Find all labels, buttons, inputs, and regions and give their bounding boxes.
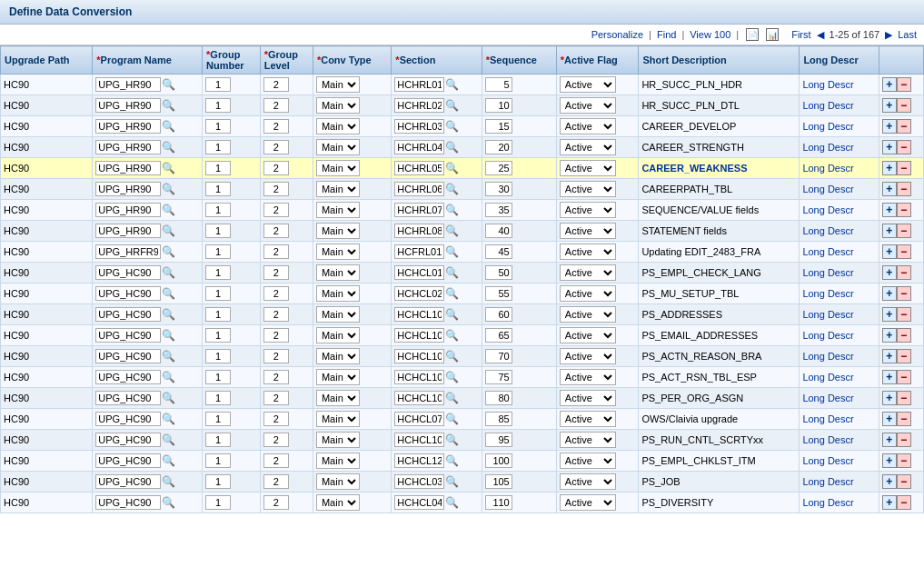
page-icon-1[interactable]: 📄 xyxy=(746,28,759,41)
sequence-input[interactable] xyxy=(485,474,512,489)
section-lookup[interactable]: 🔍 xyxy=(444,392,460,404)
group-level-input[interactable] xyxy=(263,98,289,113)
group-number-input[interactable] xyxy=(205,474,231,489)
program-name-input[interactable] xyxy=(95,474,161,489)
group-number-input[interactable] xyxy=(205,224,231,238)
section-lookup[interactable]: 🔍 xyxy=(444,266,460,279)
active-flag-select[interactable]: ActiveInactive xyxy=(560,118,616,134)
program-name-input[interactable] xyxy=(95,77,161,92)
section-lookup[interactable]: 🔍 xyxy=(444,308,460,321)
section-input[interactable] xyxy=(394,98,444,113)
program-name-lookup[interactable]: 🔍 xyxy=(161,413,176,425)
group-number-input[interactable] xyxy=(205,244,231,259)
group-level-input[interactable] xyxy=(263,119,289,134)
program-name-input[interactable] xyxy=(95,203,161,217)
program-name-input[interactable] xyxy=(95,453,161,468)
section-lookup[interactable]: 🔍 xyxy=(444,454,460,467)
program-name-input[interactable] xyxy=(95,244,161,259)
group-level-input[interactable] xyxy=(263,370,289,384)
group-level-input[interactable] xyxy=(263,244,289,259)
program-name-input[interactable] xyxy=(95,265,161,280)
section-input[interactable] xyxy=(394,77,444,92)
section-lookup[interactable]: 🔍 xyxy=(444,78,460,91)
active-flag-select[interactable]: ActiveInactive xyxy=(560,411,616,427)
section-input[interactable] xyxy=(394,328,444,343)
long-descr-link[interactable]: Long Descr xyxy=(802,330,853,341)
remove-row-button[interactable]: − xyxy=(897,265,911,280)
section-input[interactable] xyxy=(394,244,444,259)
sequence-input[interactable] xyxy=(485,453,512,468)
program-name-input[interactable] xyxy=(95,391,161,405)
conv-type-select[interactable]: MainPrePost xyxy=(316,76,360,93)
sequence-input[interactable] xyxy=(485,119,512,134)
group-level-input[interactable] xyxy=(263,182,289,196)
conv-type-select[interactable]: MainPrePost xyxy=(316,494,360,511)
group-number-input[interactable] xyxy=(205,495,231,510)
conv-type-select[interactable]: MainPrePost xyxy=(316,369,360,385)
long-descr-link[interactable]: Long Descr xyxy=(802,267,853,278)
group-number-input[interactable] xyxy=(205,98,231,113)
section-lookup[interactable]: 🔍 xyxy=(444,329,460,342)
conv-type-select[interactable]: MainPrePost xyxy=(316,160,360,176)
program-name-input[interactable] xyxy=(95,495,161,510)
active-flag-select[interactable]: ActiveInactive xyxy=(560,202,616,218)
program-name-lookup[interactable]: 🔍 xyxy=(161,392,176,404)
group-level-input[interactable] xyxy=(263,307,289,322)
conv-type-select[interactable]: MainPrePost xyxy=(316,473,360,490)
program-name-input[interactable] xyxy=(95,328,161,343)
long-descr-link[interactable]: Long Descr xyxy=(802,393,853,403)
remove-row-button[interactable]: − xyxy=(897,391,911,405)
program-name-lookup[interactable]: 🔍 xyxy=(161,371,176,383)
program-name-lookup[interactable]: 🔍 xyxy=(161,120,176,133)
group-number-input[interactable] xyxy=(205,328,231,343)
sequence-input[interactable] xyxy=(485,244,512,259)
active-flag-select[interactable]: ActiveInactive xyxy=(560,390,616,406)
section-input[interactable] xyxy=(394,433,444,447)
section-input[interactable] xyxy=(394,161,444,175)
long-descr-link[interactable]: Long Descr xyxy=(802,372,853,383)
conv-type-select[interactable]: MainPrePost xyxy=(316,285,360,302)
section-input[interactable] xyxy=(394,224,444,238)
group-number-input[interactable] xyxy=(205,161,231,175)
group-level-input[interactable] xyxy=(263,161,289,175)
program-name-lookup[interactable]: 🔍 xyxy=(161,350,176,363)
group-level-input[interactable] xyxy=(263,433,289,447)
remove-row-button[interactable]: − xyxy=(897,349,911,363)
add-row-button[interactable]: + xyxy=(882,203,897,217)
add-row-button[interactable]: + xyxy=(882,265,897,280)
add-row-button[interactable]: + xyxy=(882,453,897,468)
section-lookup[interactable]: 🔍 xyxy=(444,496,460,509)
section-input[interactable] xyxy=(394,140,444,154)
page-icon-2[interactable]: 📊 xyxy=(766,28,779,41)
section-input[interactable] xyxy=(394,349,444,363)
group-number-input[interactable] xyxy=(205,370,231,384)
section-lookup[interactable]: 🔍 xyxy=(444,475,460,488)
program-name-lookup[interactable]: 🔍 xyxy=(161,496,176,509)
add-row-button[interactable]: + xyxy=(882,474,897,489)
long-descr-link[interactable]: Long Descr xyxy=(802,184,853,194)
group-level-input[interactable] xyxy=(263,453,289,468)
remove-row-button[interactable]: − xyxy=(897,244,911,259)
sequence-input[interactable] xyxy=(485,140,512,154)
remove-row-button[interactable]: − xyxy=(897,182,911,196)
sequence-input[interactable] xyxy=(485,161,512,175)
program-name-lookup[interactable]: 🔍 xyxy=(161,99,176,112)
remove-row-button[interactable]: − xyxy=(897,286,911,301)
remove-row-button[interactable]: − xyxy=(897,307,911,322)
program-name-lookup[interactable]: 🔍 xyxy=(161,329,176,342)
group-number-input[interactable] xyxy=(205,349,231,363)
long-descr-link[interactable]: Long Descr xyxy=(802,225,853,236)
active-flag-select[interactable]: ActiveInactive xyxy=(560,160,616,176)
long-descr-link[interactable]: Long Descr xyxy=(802,434,853,445)
active-flag-select[interactable]: ActiveInactive xyxy=(560,285,616,302)
section-lookup[interactable]: 🔍 xyxy=(444,245,460,258)
section-input[interactable] xyxy=(394,412,444,426)
conv-type-select[interactable]: MainPrePost xyxy=(316,223,360,239)
remove-row-button[interactable]: − xyxy=(897,433,911,447)
group-number-input[interactable] xyxy=(205,433,231,447)
add-row-button[interactable]: + xyxy=(882,391,897,405)
conv-type-select[interactable]: MainPrePost xyxy=(316,327,360,343)
group-number-input[interactable] xyxy=(205,412,231,426)
conv-type-select[interactable]: MainPrePost xyxy=(316,348,360,364)
active-flag-select[interactable]: ActiveInactive xyxy=(560,97,616,114)
